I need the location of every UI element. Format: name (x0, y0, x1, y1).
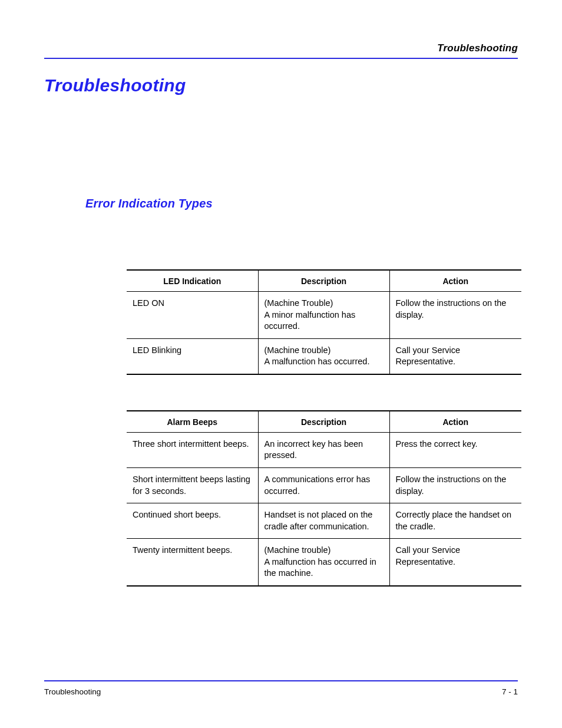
cell: Short intermittent beeps lasting for 3 s… (127, 467, 258, 503)
led-indication-table: LED Indication Description Action LED ON… (127, 269, 521, 375)
alarm-beeps-table: Alarm Beeps Description Action Three sho… (127, 410, 521, 587)
cell: Continued short beeps. (127, 503, 258, 539)
footer-rule (44, 680, 518, 681)
cell: (Machine trouble)A malfunction has occur… (258, 338, 389, 374)
cell: An incorrect key has been pressed. (258, 432, 389, 467)
col-header: Alarm Beeps (127, 411, 258, 433)
table-row: Three short intermittent beeps. An incor… (127, 432, 521, 467)
led-indication-table-wrap: LED Indication Description Action LED ON… (127, 269, 518, 375)
alarm-beeps-table-wrap: Alarm Beeps Description Action Three sho… (127, 410, 518, 587)
cell: LED ON (127, 292, 258, 339)
col-header: Description (258, 270, 389, 292)
cell: Call your Service Representative. (389, 539, 521, 586)
cell: Call your Service Representative. (389, 338, 521, 374)
cell: Handset is not placed on the cradle afte… (258, 503, 389, 539)
cell: A communications error has occurred. (258, 467, 389, 503)
col-header: Description (258, 411, 389, 433)
running-header: Troubleshooting (44, 42, 518, 59)
table-row: Continued short beeps. Handset is not pl… (127, 503, 521, 539)
cell: (Machine trouble)A malfunction has occur… (258, 539, 389, 586)
section-heading: Error Indication Types (85, 197, 518, 210)
cell: Correctly place the handset on the cradl… (389, 503, 521, 539)
cell: (Machine Trouble)A minor malfunction has… (258, 292, 389, 339)
footer-right: 7 - 1 (502, 687, 518, 696)
table-row: LED ON (Machine Trouble)A minor malfunct… (127, 292, 521, 339)
page-footer: Troubleshooting 7 - 1 (44, 680, 518, 696)
cell: Three short intermittent beeps. (127, 432, 258, 467)
col-header: Action (389, 411, 521, 433)
cell: LED Blinking (127, 338, 258, 374)
cell: Press the correct key. (389, 432, 521, 467)
cell: Follow the instructions on the display. (389, 467, 521, 503)
table-row: Short intermittent beeps lasting for 3 s… (127, 467, 521, 503)
cell: Follow the instructions on the display. (389, 292, 521, 339)
table-header-row: LED Indication Description Action (127, 270, 521, 292)
col-header: Action (389, 270, 521, 292)
cell: Twenty intermittent beeps. (127, 539, 258, 586)
table-row: LED Blinking (Machine trouble)A malfunct… (127, 338, 521, 374)
col-header: LED Indication (127, 270, 258, 292)
footer-left: Troubleshooting (44, 687, 101, 696)
table-row: Twenty intermittent beeps. (Machine trou… (127, 539, 521, 586)
table-header-row: Alarm Beeps Description Action (127, 411, 521, 433)
page-title: Troubleshooting (44, 75, 518, 95)
